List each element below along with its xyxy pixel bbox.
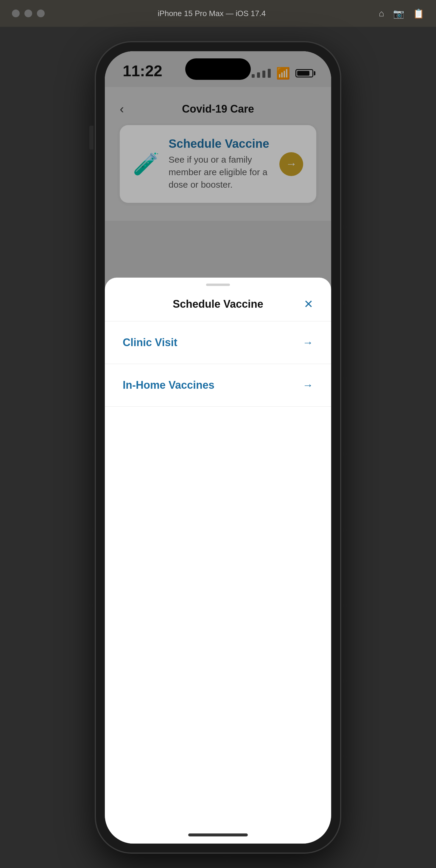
sheet-header: Schedule Vaccine ✕ (105, 286, 331, 321)
phone-body: 11:22 📶 (96, 42, 340, 852)
mac-window-title: iPhone 15 Pro Max — iOS 17.4 (45, 9, 379, 18)
mac-minimize-dot[interactable] (24, 9, 32, 17)
sheet-title: Schedule Vaccine (173, 298, 263, 310)
in-home-vaccines-arrow-icon: → (303, 379, 313, 392)
mac-toolbar-icons: ⌂ 📷 📋 (379, 8, 424, 19)
clipboard-icon[interactable]: 📋 (413, 8, 424, 19)
clinic-visit-item[interactable]: Clinic Visit → (105, 321, 331, 364)
home-icon[interactable]: ⌂ (379, 8, 384, 19)
clinic-visit-label: Clinic Visit (123, 336, 177, 349)
phone-wrapper: 11:22 📶 (96, 27, 340, 868)
home-indicator (188, 833, 248, 836)
sheet-drag-handle (206, 284, 230, 286)
desktop-chrome: iPhone 15 Pro Max — iOS 17.4 ⌂ 📷 📋 11:22 (0, 0, 436, 868)
phone-screen: 11:22 📶 (105, 51, 331, 844)
bottom-sheet: Schedule Vaccine ✕ Clinic Visit → In-Hom… (105, 278, 331, 844)
mac-close-dot[interactable] (12, 9, 20, 17)
clinic-visit-arrow-icon: → (303, 336, 313, 349)
in-home-vaccines-item[interactable]: In-Home Vaccines → (105, 364, 331, 407)
mac-titlebar: iPhone 15 Pro Max — iOS 17.4 ⌂ 📷 📋 (0, 0, 436, 27)
in-home-vaccines-label: In-Home Vaccines (123, 379, 214, 392)
mac-fullscreen-dot[interactable] (37, 9, 45, 17)
camera-icon[interactable]: 📷 (393, 8, 404, 19)
sheet-close-button[interactable]: ✕ (304, 298, 313, 311)
bottom-sheet-overlay: Schedule Vaccine ✕ Clinic Visit → In-Hom… (105, 51, 331, 844)
mac-window-controls (12, 9, 45, 17)
